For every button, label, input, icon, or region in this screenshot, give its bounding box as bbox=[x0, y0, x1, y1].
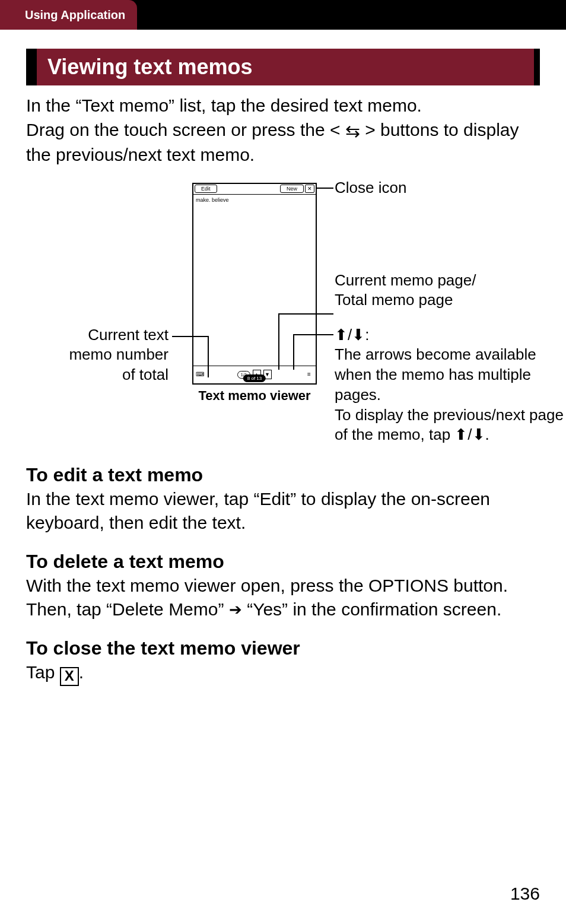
intro-line2-pre: Drag on the touch screen or press the < bbox=[26, 120, 345, 139]
label-arrows: ⬆/⬇: The arrows become available when th… bbox=[335, 325, 566, 446]
sub-body-edit: In the text memo viewer, tap “Edit” to d… bbox=[26, 487, 540, 535]
header-tab: Using Application bbox=[0, 0, 137, 30]
label-memo-number-text: Current text memo number of total bbox=[69, 326, 168, 384]
new-button[interactable]: New bbox=[280, 185, 304, 193]
intro-line1: In the “Text memo” list, tap the desired… bbox=[26, 96, 422, 115]
header-bar: Using Application bbox=[0, 0, 566, 30]
close-body-post: . bbox=[79, 662, 84, 682]
subsection-edit: To edit a text memo In the text memo vie… bbox=[26, 464, 540, 535]
close-icon[interactable]: ✕ bbox=[305, 185, 314, 193]
page-number: 136 bbox=[510, 884, 540, 904]
close-box-icon: X bbox=[60, 667, 79, 686]
text-memo-viewer-mock: Edit New ✕ make. believe ⌨ 1/1 ▲ ▼ ≡ bbox=[192, 183, 317, 385]
figure-caption: Text memo viewer bbox=[192, 388, 317, 404]
arrow-up-icon-2: ⬆ bbox=[454, 426, 468, 443]
keyboard-icon: ⌨ bbox=[196, 370, 204, 379]
label-close-icon: Close icon bbox=[335, 178, 406, 198]
subsection-delete: To delete a text memo With the text memo… bbox=[26, 551, 540, 622]
page-buttons-icon: ⇆ bbox=[345, 119, 360, 144]
sub-body-close: Tap X. bbox=[26, 661, 540, 686]
subsection-close: To close the text memo viewer Tap X. bbox=[26, 637, 540, 686]
close-body-pre: Tap bbox=[26, 662, 60, 682]
section-title: Viewing text memos bbox=[26, 49, 540, 85]
right-arrow-icon: ➔ bbox=[229, 599, 242, 620]
delete-body-post: “Yes” in the confirmation screen. bbox=[242, 599, 501, 619]
viewer-toolbar: Edit New ✕ bbox=[193, 184, 316, 195]
sub-body-delete: With the text memo viewer open, press th… bbox=[26, 574, 540, 622]
sub-title-delete: To delete a text memo bbox=[26, 551, 540, 573]
menu-icon: ≡ bbox=[305, 370, 313, 379]
arrow-sep-2: / bbox=[468, 426, 472, 443]
label-current-page: Current memo page/ Total memo page bbox=[335, 271, 476, 311]
arrow-colon: : bbox=[365, 326, 369, 344]
arrow-up-icon: ⬆ bbox=[335, 326, 348, 344]
edit-button[interactable]: Edit bbox=[195, 185, 217, 193]
arrows-body: The arrows become available when the mem… bbox=[335, 345, 564, 443]
arrow-down-icon: ⬇ bbox=[352, 326, 365, 344]
arrow-down-icon-2: ⬇ bbox=[472, 426, 485, 443]
arrow-end: . bbox=[485, 426, 489, 443]
sub-title-edit: To edit a text memo bbox=[26, 464, 540, 486]
viewer-body-text: make. believe bbox=[193, 195, 316, 367]
figure-area: Edit New ✕ make. believe ⌨ 1/1 ▲ ▼ ≡ bbox=[26, 177, 540, 444]
label-memo-number: Current text memo number of total bbox=[50, 325, 168, 385]
intro-text: In the “Text memo” list, tap the desired… bbox=[26, 94, 540, 167]
sub-title-close: To close the text memo viewer bbox=[26, 637, 540, 659]
memo-counter: 8 of 13 bbox=[243, 374, 266, 382]
